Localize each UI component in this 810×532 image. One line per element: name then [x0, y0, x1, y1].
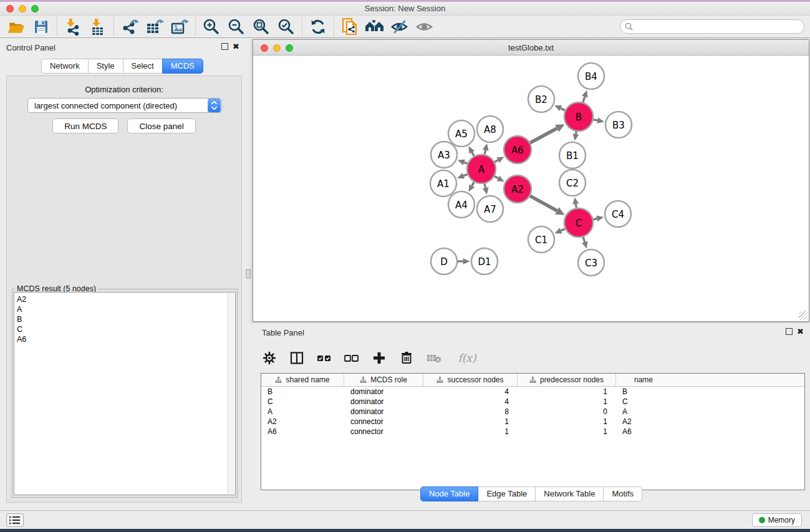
- edge-A-A8[interactable]: [485, 150, 485, 155]
- export-image-icon[interactable]: [167, 17, 192, 37]
- node-D[interactable]: D: [431, 248, 457, 274]
- resize-grip[interactable]: [799, 311, 808, 320]
- zoom-fit-icon[interactable]: [249, 17, 274, 37]
- node-B[interactable]: B: [564, 102, 593, 131]
- save-session-icon[interactable]: [29, 17, 54, 37]
- tab-mcds[interactable]: MCDS: [162, 59, 203, 74]
- node-D1[interactable]: D1: [471, 248, 498, 274]
- edge-A-A7[interactable]: [485, 183, 485, 188]
- edge-A-A4[interactable]: [472, 182, 474, 186]
- edge-C-C4[interactable]: [593, 218, 597, 219]
- splitter-handle[interactable]: [246, 269, 251, 279]
- export-table-icon[interactable]: [142, 17, 167, 37]
- edge-B-B1[interactable]: [576, 132, 576, 134]
- table-row[interactable]: Bdominator41B: [261, 387, 804, 397]
- memory-button[interactable]: Memory: [752, 513, 802, 527]
- close-panel-button[interactable]: Close panel: [127, 118, 195, 133]
- settings-gear-icon[interactable]: [261, 349, 278, 367]
- node-C3[interactable]: C3: [578, 249, 604, 276]
- zoom-out-icon[interactable]: [224, 17, 249, 37]
- node-C[interactable]: C: [564, 208, 593, 237]
- table-row[interactable]: Cdominator41C: [261, 397, 804, 407]
- panel-splitter[interactable]: [244, 38, 253, 510]
- network-graph[interactable]: B4B2BB3A8A5A6B1A3AA1C2A2A4A7C4CC1C3DD1: [253, 56, 808, 321]
- node-B1[interactable]: B1: [559, 142, 586, 168]
- edge-A-A3[interactable]: [464, 162, 467, 163]
- edge-B-B4[interactable]: [583, 97, 585, 102]
- node-A3[interactable]: A3: [431, 142, 457, 168]
- node-A6[interactable]: A6: [504, 136, 531, 163]
- edge-A6-B[interactable]: [530, 128, 557, 143]
- optimization-criterion-select[interactable]: largest connected component (directed): [27, 98, 222, 113]
- search-field: [620, 19, 804, 34]
- node-A8[interactable]: A8: [477, 116, 503, 142]
- import-table-icon[interactable]: [85, 17, 110, 37]
- deselect-all-rows-icon[interactable]: [343, 349, 360, 367]
- edge-B-B2[interactable]: [561, 109, 565, 110]
- edge-C-C3[interactable]: [583, 237, 585, 242]
- float-table-panel-icon[interactable]: [786, 328, 793, 335]
- list-scrollbar[interactable]: [228, 293, 234, 494]
- table-row[interactable]: Adominator80A: [261, 407, 804, 417]
- tab-edge-table[interactable]: Edge Table: [478, 486, 536, 501]
- column-header-successor-nodes[interactable]: successor nodes: [423, 374, 518, 386]
- network-canvas[interactable]: B4B2BB3A8A5A6B1A3AA1C2A2A4A7C4CC1C3DD1: [253, 56, 809, 321]
- node-C1[interactable]: C1: [528, 226, 554, 253]
- edge-C-C1[interactable]: [561, 229, 565, 231]
- column-header-shared-name[interactable]: shared name: [261, 374, 344, 386]
- tab-style[interactable]: Style: [88, 59, 123, 74]
- tab-network-table[interactable]: Network Table: [535, 486, 604, 501]
- node-B2[interactable]: B2: [528, 86, 554, 112]
- edge-C-C2[interactable]: [576, 204, 576, 208]
- mcds-result-list[interactable]: A2ABCA6: [14, 292, 236, 495]
- task-list-icon[interactable]: [6, 513, 24, 527]
- node-A7[interactable]: A7: [477, 196, 503, 222]
- export-network-icon[interactable]: [117, 17, 142, 37]
- column-header-name[interactable]: name: [616, 374, 671, 386]
- run-mcds-button[interactable]: Run MCDS: [52, 118, 118, 133]
- open-file-icon[interactable]: [4, 17, 29, 37]
- refresh-layout-icon[interactable]: [306, 17, 330, 37]
- home-view-icon[interactable]: [362, 17, 387, 37]
- edge-B-B3[interactable]: [594, 120, 598, 120]
- column-header-predecessor-nodes[interactable]: predecessor nodes: [518, 374, 616, 386]
- edge-A-A6[interactable]: [494, 160, 498, 162]
- import-network-icon[interactable]: [60, 17, 85, 37]
- edge-A-A2[interactable]: [494, 177, 498, 178]
- add-column-icon[interactable]: [370, 349, 388, 367]
- zoom-selected-icon[interactable]: [274, 17, 299, 37]
- table-row[interactable]: A6connector11A6: [261, 427, 804, 437]
- zoom-in-icon[interactable]: [199, 17, 224, 37]
- node-A4[interactable]: A4: [448, 191, 475, 218]
- edge-A-A1[interactable]: [463, 174, 467, 175]
- select-all-rows-icon[interactable]: [316, 349, 333, 367]
- close-table-panel-icon[interactable]: ✖: [797, 328, 804, 335]
- node-B4[interactable]: B4: [578, 63, 604, 89]
- node-A2[interactable]: A2: [504, 175, 531, 203]
- node-A[interactable]: A: [467, 155, 496, 183]
- hide-graphics-details-icon[interactable]: [387, 17, 412, 37]
- node-B3[interactable]: B3: [605, 112, 632, 138]
- node-A1[interactable]: A1: [430, 170, 456, 196]
- tab-motifs[interactable]: Motifs: [603, 486, 642, 501]
- search-input[interactable]: [633, 21, 804, 32]
- table-row[interactable]: A2connector11A2: [261, 417, 804, 427]
- float-panel-icon[interactable]: [221, 43, 228, 50]
- apply-function-icon[interactable]: f(x): [453, 349, 481, 367]
- column-header-MCDS-role[interactable]: MCDS role: [344, 374, 423, 386]
- network-from-file-icon[interactable]: [337, 17, 362, 37]
- network-window-titlebar[interactable]: testGlobe.txt: [253, 40, 809, 56]
- edge-A2-C[interactable]: [530, 196, 557, 211]
- show-graphics-details-icon[interactable]: [412, 17, 437, 37]
- node-A5[interactable]: A5: [448, 120, 475, 147]
- tab-node-table[interactable]: Node Table: [420, 486, 479, 501]
- tab-network[interactable]: Network: [41, 59, 89, 74]
- edge-A-A5[interactable]: [472, 152, 474, 156]
- column-layout-icon[interactable]: [288, 349, 306, 367]
- delete-table-icon[interactable]: [425, 349, 443, 367]
- node-C4[interactable]: C4: [605, 201, 631, 227]
- tab-select[interactable]: Select: [123, 59, 163, 74]
- close-panel-icon[interactable]: ✖: [233, 43, 239, 50]
- node-C2[interactable]: C2: [559, 170, 586, 196]
- delete-column-icon[interactable]: [398, 349, 415, 367]
